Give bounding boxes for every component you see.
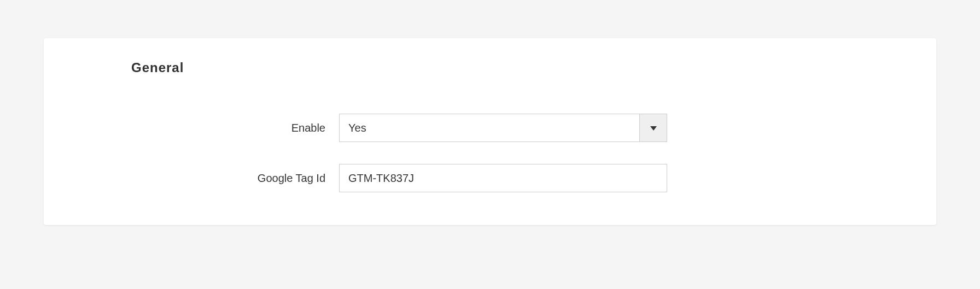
settings-card: General Enable Yes Google Tag Id [44,38,936,225]
enable-row: Enable Yes [131,114,849,142]
chevron-down-icon [650,123,657,133]
google-tag-id-label: Google Tag Id [131,172,339,185]
google-tag-id-input[interactable] [339,164,667,192]
enable-select-value[interactable]: Yes [339,114,640,142]
enable-select[interactable]: Yes [339,114,667,142]
section-title: General [131,60,849,75]
google-tag-id-row: Google Tag Id [131,164,849,192]
enable-label: Enable [131,122,339,134]
enable-select-toggle[interactable] [640,114,667,142]
svg-marker-0 [650,126,657,131]
